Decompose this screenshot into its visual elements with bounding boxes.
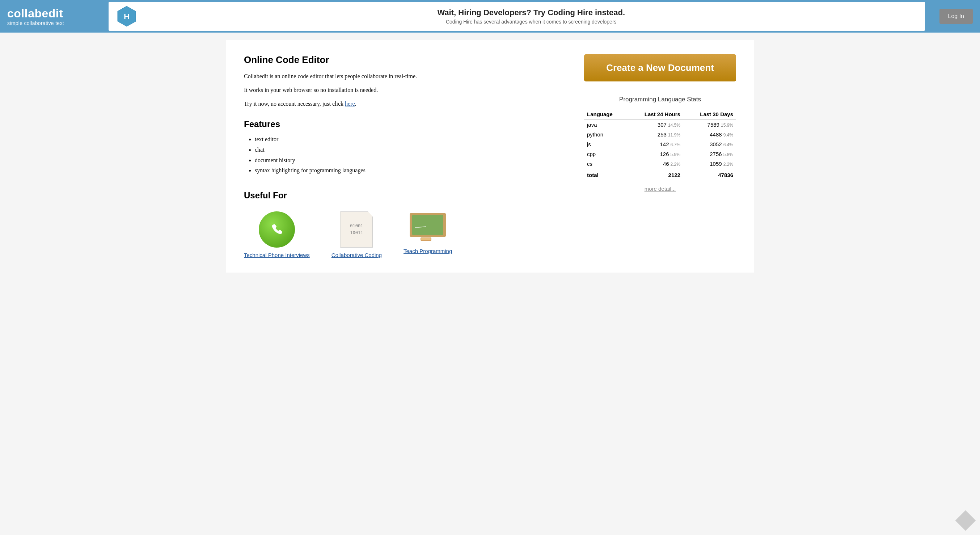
stats-row: cpp 1265.9% 27565.8% xyxy=(584,149,736,159)
svg-rect-4 xyxy=(412,215,443,235)
desc-p3: Try it now, no account necessary, just c… xyxy=(244,100,562,108)
total-label: total xyxy=(584,169,627,180)
lang-cell: cs xyxy=(584,159,627,169)
total-d30: 47836 xyxy=(683,169,736,180)
more-detail-link[interactable]: more detail... xyxy=(644,186,676,192)
description: Collabedit is an online code editor that… xyxy=(244,72,562,108)
create-document-button[interactable]: Create a New Document xyxy=(584,54,736,81)
stats-row: java 30714.5% 758915.9% xyxy=(584,120,736,130)
d30-cell: 758915.9% xyxy=(683,120,736,130)
h24-cell: 30714.5% xyxy=(627,120,683,130)
total-h24: 2122 xyxy=(627,169,683,180)
banner-title: Wait, Hiring Developers? Try Coding Hire… xyxy=(145,8,918,18)
desc-p2: It works in your web browser so no insta… xyxy=(244,86,562,94)
teach-label[interactable]: Teach Programming xyxy=(404,248,452,254)
editor-title: Online Code Editor xyxy=(244,54,562,65)
features-section: Features text editor chat document histo… xyxy=(244,119,562,176)
col-h24: Last 24 Hours xyxy=(627,109,683,120)
col-d30: Last 30 Days xyxy=(683,109,736,120)
h24-cell: 1265.9% xyxy=(627,149,683,159)
feature-item: text editor xyxy=(255,134,562,145)
d30-cell: 30526.4% xyxy=(683,139,736,149)
features-list: text editor chat document history syntax… xyxy=(244,134,562,176)
stats-row: js 1426.7% 30526.4% xyxy=(584,139,736,149)
here-link[interactable]: here xyxy=(345,100,355,107)
h24-cell: 1426.7% xyxy=(627,139,683,149)
stats-header-row: Language Last 24 Hours Last 30 Days xyxy=(584,109,736,120)
main-wrapper: Online Code Editor Collabedit is an onli… xyxy=(0,33,980,535)
lang-cell: js xyxy=(584,139,627,149)
right-column: Create a New Document Programming Langua… xyxy=(584,54,736,258)
h24-cell: 25311.9% xyxy=(627,130,683,139)
d30-cell: 44889.4% xyxy=(683,130,736,139)
stats-total-row: total 2122 47836 xyxy=(584,169,736,180)
more-detail: more detail... xyxy=(584,186,736,192)
stats-row: python 25311.9% 44889.4% xyxy=(584,130,736,139)
coding-label[interactable]: Collaborative Coding xyxy=(331,252,382,258)
useful-for-title: Useful For xyxy=(244,190,562,201)
logo-title: collabedit xyxy=(7,7,101,20)
d30-cell: 27565.8% xyxy=(683,149,736,159)
lang-cell: python xyxy=(584,130,627,139)
lang-cell: cpp xyxy=(584,149,627,159)
desc-p1: Collabedit is an online code editor that… xyxy=(244,72,562,81)
svg-text:H: H xyxy=(124,12,130,21)
stats-section: Programming Language Stats Language Last… xyxy=(584,96,736,192)
h24-cell: 462.2% xyxy=(627,159,683,169)
banner-text: Wait, Hiring Developers? Try Coding Hire… xyxy=(145,8,918,25)
col-language: Language xyxy=(584,109,627,120)
useful-for-section: Useful For Technical Phone Interviews xyxy=(244,190,562,258)
left-column: Online Code Editor Collabedit is an onli… xyxy=(244,54,562,258)
useful-item-teach: Teach Programming xyxy=(404,212,452,258)
coding-hire-icon: H xyxy=(116,5,137,27)
logo-area: collabedit simple collaborative text xyxy=(7,7,101,26)
phone-icon xyxy=(259,212,295,248)
desc-p3-prefix: Try it now, no account necessary, just c… xyxy=(244,100,345,107)
logo-subtitle: simple collaborative text xyxy=(7,20,101,26)
desc-p3-suffix: . xyxy=(355,100,356,107)
board-icon xyxy=(408,212,448,244)
doc-icon: 0100110011 xyxy=(340,212,373,248)
phone-label[interactable]: Technical Phone Interviews xyxy=(244,252,310,258)
header: collabedit simple collaborative text H W… xyxy=(0,0,980,33)
stats-title: Programming Language Stats xyxy=(584,96,736,103)
d30-cell: 10592.2% xyxy=(683,159,736,169)
useful-item-coding: 0100110011 Collaborative Coding xyxy=(331,212,382,258)
feature-item: chat xyxy=(255,145,562,155)
header-banner: H Wait, Hiring Developers? Try Coding Hi… xyxy=(108,2,925,31)
useful-icons: Technical Phone Interviews 0100110011 Co… xyxy=(244,212,562,258)
feature-item: document history xyxy=(255,155,562,166)
features-title: Features xyxy=(244,119,562,129)
lang-cell: java xyxy=(584,120,627,130)
svg-rect-7 xyxy=(421,238,431,240)
login-button[interactable]: Log In xyxy=(939,9,973,24)
content-box: Online Code Editor Collabedit is an onli… xyxy=(226,40,754,272)
useful-item-phone: Technical Phone Interviews xyxy=(244,212,310,258)
stats-row: cs 462.2% 10592.2% xyxy=(584,159,736,169)
banner-subtitle: Coding Hire has several advantages when … xyxy=(145,19,918,25)
stats-table: Language Last 24 Hours Last 30 Days java… xyxy=(584,109,736,180)
feature-item: syntax highlighting for programming lang… xyxy=(255,166,562,176)
